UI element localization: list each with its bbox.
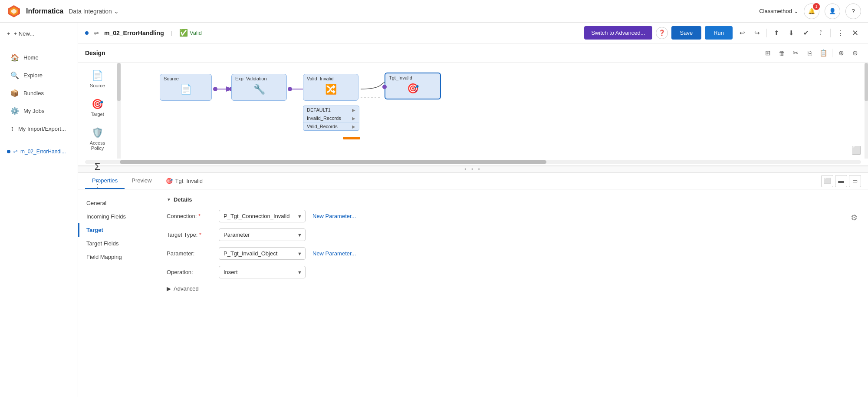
import-button[interactable]: ⬆ <box>770 27 783 39</box>
connection-dot-tgt <box>382 85 387 89</box>
source-node[interactable]: Source 📄 <box>160 74 212 101</box>
tab-active-dot <box>85 31 89 35</box>
validate-button[interactable]: ✔ <box>800 27 812 39</box>
target-type-select-wrap: Parameter ▼ <box>219 228 306 241</box>
palette-more-button[interactable]: ⋮ <box>94 179 102 189</box>
panel-resize-handle[interactable]: • • • <box>78 166 868 173</box>
prop-section-field-mapping[interactable]: Field Mapping <box>78 250 156 264</box>
panel-maximize-button[interactable]: ⬜ <box>821 175 833 187</box>
paste-button[interactable]: 📋 <box>817 47 829 59</box>
advanced-header[interactable]: ▶ Advanced <box>167 285 858 292</box>
help-icon-button[interactable]: ❓ <box>656 27 668 39</box>
active-dot <box>7 150 10 153</box>
valid-check-icon: ✅ <box>179 29 188 37</box>
aggregator-palette-icon: Σ <box>95 161 101 172</box>
tgt-node-icon: 🎯 <box>407 83 419 94</box>
switch-advanced-button[interactable]: Switch to Advanced... <box>584 26 652 40</box>
sidebar-item-import-export[interactable]: ↕️ My Import/Export... <box>3 120 74 137</box>
prop-section-target[interactable]: Target <box>78 223 156 237</box>
cut-button[interactable]: ✂ <box>789 47 802 59</box>
panel-minimize-button[interactable]: ▭ <box>849 175 861 187</box>
parameter-select-wrap: P_Tgt_Invalid_Object ▼ <box>219 247 306 260</box>
canvas-hscroll[interactable] <box>85 160 861 164</box>
target-type-row: Target Type: * Parameter ▼ <box>167 228 858 241</box>
router-warning-bar <box>343 137 360 139</box>
router-node-icon: 🔀 <box>325 84 337 95</box>
palette-access-policy[interactable]: 🛡️ Access Policy <box>82 124 113 154</box>
details-section-header: ▼ Details <box>167 196 858 203</box>
org-selector[interactable]: Classmethod ⌄ <box>759 8 799 14</box>
details-collapse-arrow[interactable]: ▼ <box>167 197 171 202</box>
exp-validation-node[interactable]: Exp_Validation 🔧 <box>231 74 287 101</box>
zoom-in-button[interactable]: ⊕ <box>835 47 847 59</box>
sidebar-item-bundles[interactable]: 📦 Bundles <box>3 85 74 102</box>
share-button[interactable]: ⤴ <box>815 27 827 39</box>
panel-split-button[interactable]: ▬ <box>835 175 847 187</box>
redo-button[interactable]: ↪ <box>751 27 763 39</box>
run-button[interactable]: Run <box>705 26 733 40</box>
parameter-new-param-button[interactable]: New Parameter... <box>309 248 359 259</box>
sidebar-item-home[interactable]: 🏠 Home <box>3 49 74 66</box>
valid-invalid-node[interactable]: Valid_Invalid 🔀 <box>303 74 358 101</box>
tab-mapping-icon: ⇌ <box>94 30 99 36</box>
grid-view-button[interactable]: ⊞ <box>762 47 774 59</box>
palette-source[interactable]: 📄 Source <box>82 66 113 92</box>
details-settings-icon[interactable]: ⚙ <box>851 213 858 222</box>
target-type-control: Parameter ▼ <box>219 228 306 241</box>
sidebar-item-explore[interactable]: 🔍 Explore <box>3 67 74 84</box>
copy-button[interactable]: ⎘ <box>803 47 815 59</box>
parameter-select[interactable]: P_Tgt_Invalid_Object <box>219 247 306 260</box>
target-palette-icon: 🎯 <box>92 99 103 110</box>
canvas-expand-icon[interactable]: ⬜ <box>852 146 861 155</box>
prop-section-target-fields[interactable]: Target Fields <box>78 237 156 250</box>
access-policy-palette-icon: 🛡️ <box>92 127 103 139</box>
undo-button[interactable]: ↩ <box>736 27 748 39</box>
properties-area: General Incoming Fields Target Target Fi… <box>78 189 868 397</box>
connection-select[interactable]: P_Tgt_Connection_Invalid <box>219 210 306 222</box>
palette-scrollbar[interactable] <box>117 63 121 159</box>
svg-point-4 <box>213 87 217 91</box>
operation-select[interactable]: Insert <box>219 266 306 278</box>
sidebar-item-my-jobs[interactable]: ⚙️ My Jobs <box>3 103 74 119</box>
toolbar-icons: ↩ ↪ ⬆ ⬇ ✔ ⤴ ⋮ ✕ <box>736 27 861 39</box>
target-type-select[interactable]: Parameter <box>219 228 306 241</box>
zoom-out-button[interactable]: ⊖ <box>849 47 861 59</box>
svg-point-7 <box>288 87 292 91</box>
parameter-row: Parameter: P_Tgt_Invalid_Object ▼ New Pa… <box>167 247 858 260</box>
delete-button[interactable]: 🗑 <box>776 47 788 59</box>
export-button[interactable]: ⬇ <box>785 27 797 39</box>
bottom-panel: Properties Preview 🎯 Tgt_Invalid ⬜ ▬ ▭ G… <box>78 173 868 397</box>
home-icon: 🏠 <box>10 53 19 62</box>
tab-actions: Switch to Advanced... ❓ Save Run ↩ ↪ ⬆ ⬇… <box>584 26 861 40</box>
prop-section-general[interactable]: General <box>78 196 156 210</box>
connection-new-param-button[interactable]: New Parameter... <box>309 210 359 222</box>
router-invalid-output: Invalid_Records ▶ <box>303 114 359 122</box>
bottom-tabs: Properties Preview 🎯 Tgt_Invalid ⬜ ▬ ▭ <box>78 173 868 189</box>
more-options-button[interactable]: ⋮ <box>834 27 846 39</box>
operation-control: Insert ▼ <box>219 266 306 278</box>
close-tab-button[interactable]: ✕ <box>849 27 861 39</box>
prop-section-incoming[interactable]: Incoming Fields <box>78 210 156 223</box>
operation-select-wrap: Insert ▼ <box>219 266 306 278</box>
new-button[interactable]: + + New... <box>0 26 78 41</box>
tab-preview[interactable]: Preview <box>125 173 158 189</box>
palette-aggregator[interactable]: Σ <box>82 158 113 176</box>
sidebar-divider-2 <box>0 141 78 141</box>
tgt-invalid-node[interactable]: Tgt_Invalid 🎯 <box>385 73 441 99</box>
palette-target[interactable]: 🎯 Target <box>82 95 113 120</box>
informatica-logo <box>7 4 21 18</box>
app-subtitle: Data Integration ⌄ <box>69 8 119 15</box>
user-profile-button[interactable]: 👤 <box>825 3 840 19</box>
sidebar: + + New... 🏠 Home 🔍 Explore 📦 Bundles ⚙️… <box>0 23 78 397</box>
tab-node[interactable]: 🎯 Tgt_Invalid <box>159 173 210 189</box>
import-export-icon: ↕️ <box>10 125 14 132</box>
sidebar-item-mapping[interactable]: ⇌ m_02_ErrorHandl... <box>0 145 78 158</box>
design-toolbar: ⊞ 🗑 ✂ ⎘ 📋 ⊕ ⊖ <box>762 47 861 59</box>
help-button[interactable]: ? <box>845 3 861 19</box>
router-outputs: DEFAULT1 ▶ Invalid_Records ▶ Valid_Recor… <box>303 106 359 131</box>
node-tab-icon: 🎯 <box>166 178 173 184</box>
notifications-button[interactable]: 🔔 1 <box>804 3 819 19</box>
save-button[interactable]: Save <box>671 26 702 40</box>
operation-row: Operation: Insert ▼ <box>167 266 858 278</box>
canvas-vscroll[interactable] <box>865 63 868 159</box>
